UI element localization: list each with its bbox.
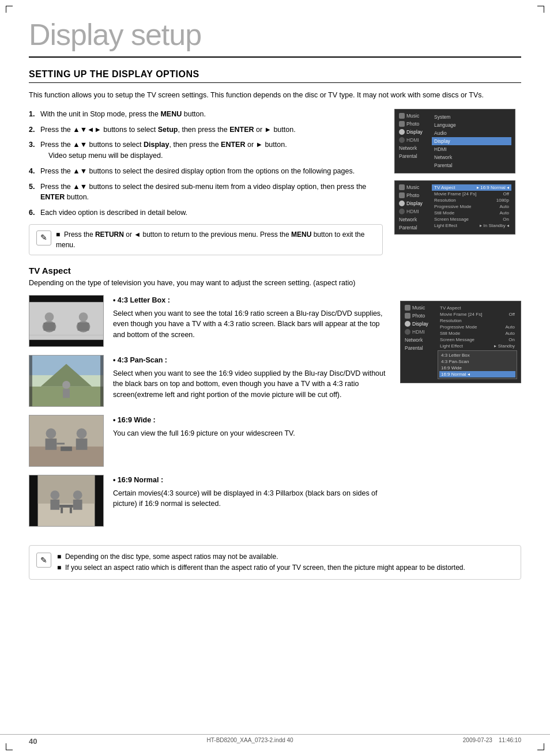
step-1-num: 1. [29, 109, 35, 120]
svg-rect-20 [29, 355, 32, 406]
tv-sidebar3-display: Display [403, 320, 435, 328]
hdmi-icon2 [399, 209, 405, 214]
music-icon [399, 113, 405, 119]
steps-column: 1. With the unit in Stop mode, press the… [29, 109, 383, 255]
tv-content-3: TV Aspect Movie Frame [24 Fs]Off Resolut… [436, 304, 518, 380]
aspect-title-wide: • 16:9 Wide : [113, 415, 389, 426]
svg-rect-41 [59, 505, 73, 508]
photo-icon [399, 121, 405, 127]
page-footer: 40 HT-BD8200_XAA_0723-2.indd 40 2009-07-… [0, 734, 550, 746]
footer-date: 2009-07-23 [463, 737, 492, 743]
tv-sidebar3-network: Network [403, 336, 435, 344]
tv-sidebar2-display: Display [397, 199, 429, 207]
svg-point-37 [50, 490, 59, 500]
aspect-options-column: • 4:3 Letter Box : Select when you want … [29, 295, 389, 535]
step-2: 2. Press the ▲▼◄► buttons to select Setu… [29, 124, 383, 135]
page-title: Display setup [29, 17, 521, 58]
tv-row-movieframe: Movie Frame [24 Fs]Off [432, 191, 511, 197]
hdmi-icon [399, 137, 405, 143]
tv3-option-letterbox: 4:3 Letter Box [439, 352, 515, 358]
note-icon-bottom: ✎ [36, 553, 51, 568]
corner-mark-tr [537, 6, 544, 13]
tv-sidebar-3: Music Photo Display HDMI Network [403, 304, 435, 380]
steps-list: 1. With the unit in Stop mode, press the… [29, 109, 383, 218]
tv-row-resolution: Resolution1080p [432, 197, 511, 203]
aspect-text-wide: • 16:9 Wide : You can view the full 16:9… [113, 415, 389, 439]
svg-rect-3 [29, 302, 103, 339]
step-4-num: 4. [29, 166, 35, 177]
tv-sidebar-music: Music [397, 112, 429, 120]
aspect-desc-panscan: Select when you want to see the 16:9 vid… [113, 368, 389, 400]
note-icon-1: ✎ [36, 230, 51, 245]
tv-sidebar2-photo: Photo [397, 191, 429, 199]
step-5-bold: ENTER [40, 193, 65, 201]
tv-network: Network [432, 153, 511, 161]
svg-rect-40 [73, 500, 82, 510]
aspect-title-panscan: • 4:3 Pan-Scan : [113, 355, 389, 366]
tv-sidebar-hdmi: HDMI [397, 136, 429, 144]
hdmi-icon3 [405, 329, 410, 335]
tv-row-screenmsg: Screen MessageOn [432, 216, 511, 222]
svg-rect-34 [95, 475, 103, 526]
photo-icon2 [399, 192, 405, 198]
tv3-row-screenmsg: Screen MessageOn [438, 337, 517, 343]
footer-time: 11:46:10 [499, 737, 521, 743]
tv-row-stillmode: Still ModeAuto [432, 210, 511, 216]
step-1-bold: MENU [160, 110, 182, 118]
step-4: 4. Press the ▲▼ buttons to select the de… [29, 166, 383, 177]
tv-sidebar3-music: Music [403, 304, 435, 312]
tv3-submenu-container: 4:3 Letter Box 4:3 Pan-Scan 16:9 Wide 16… [438, 350, 517, 379]
tv-audio: Audio [432, 129, 511, 137]
tv-sidebar-network: Network [397, 144, 429, 152]
tv-content-1: System Language Audio Display HDMI Netwo… [431, 112, 513, 171]
tv3-row-tvaspect: TV Aspect [438, 305, 517, 311]
tv-screenshot-2: Music Photo Display HDMI Network [394, 180, 515, 235]
tv3-row-resolution: Resolution [438, 317, 517, 324]
step-2-bold2: ENTER [229, 126, 254, 134]
photo-icon3 [405, 313, 410, 319]
tv-hdmi: HDMI [432, 145, 511, 153]
footer-datetime: 2009-07-23 11:46:10 [463, 737, 521, 746]
svg-rect-6 [44, 323, 55, 331]
step-3-bold2: ENTER [221, 141, 245, 149]
svg-point-18 [62, 381, 70, 389]
svg-rect-1 [29, 295, 103, 302]
tv-sidebar3-hdmi: HDMI [403, 328, 435, 336]
svg-rect-19 [63, 389, 70, 398]
tv3-option-normal: 16:9 Normal ◂ [439, 371, 515, 377]
tv3-row-stillmode: Still ModeAuto [438, 330, 517, 337]
main-content: 1. With the unit in Stop mode, press the… [29, 109, 521, 255]
tv-sidebar3-parental: Parental [403, 344, 435, 352]
screenshots-column: Music Photo Display HDMI Network [394, 109, 521, 255]
svg-rect-33 [29, 475, 38, 526]
tv-row-progressive: Progressive ModeAuto [432, 203, 511, 210]
tv-sidebar2-music: Music [397, 183, 429, 191]
aspect-text-letterbox: • 4:3 Letter Box : Select when you want … [113, 295, 389, 341]
aspect-title-letterbox: • 4:3 Letter Box : [113, 295, 389, 306]
setup-icon2 [399, 201, 405, 206]
svg-rect-43 [70, 508, 72, 513]
tv-sidebar2-network: Network [397, 216, 429, 224]
panscan-svg [29, 355, 103, 407]
svg-rect-38 [50, 500, 59, 510]
tv-sidebar-photo: Photo [397, 120, 429, 128]
note-text-1: ■ Press the RETURN or ◄ button to return… [56, 229, 375, 250]
step-2-num: 2. [29, 124, 35, 135]
svg-rect-9 [78, 323, 89, 331]
tv-aspect-heading: TV Aspect [29, 266, 521, 275]
step-2-bold: Setup [158, 126, 178, 134]
section1-heading: SETTING UP THE DISPLAY OPTIONS [29, 69, 521, 83]
svg-rect-27 [46, 439, 57, 450]
tv3-submenu: 4:3 Letter Box 4:3 Pan-Scan 16:9 Wide 16… [438, 350, 517, 379]
tv3-row-lighteffect: Light Effect▸ Standby [438, 343, 517, 349]
letterbox-svg [29, 295, 103, 347]
tv-language: Language [432, 121, 511, 129]
svg-rect-42 [61, 508, 63, 513]
aspect-image-letterbox [29, 295, 104, 347]
aspect-text-normal: • 16:9 Normal : Certain movies(4:3 sourc… [113, 475, 389, 509]
tv3-row-movieframe: Movie Frame [24 Fs]Off [438, 311, 517, 317]
section1-intro: This function allows you to setup the TV… [29, 90, 521, 101]
setup-icon3 [405, 321, 410, 327]
svg-rect-30 [76, 439, 88, 450]
svg-point-39 [73, 490, 82, 500]
